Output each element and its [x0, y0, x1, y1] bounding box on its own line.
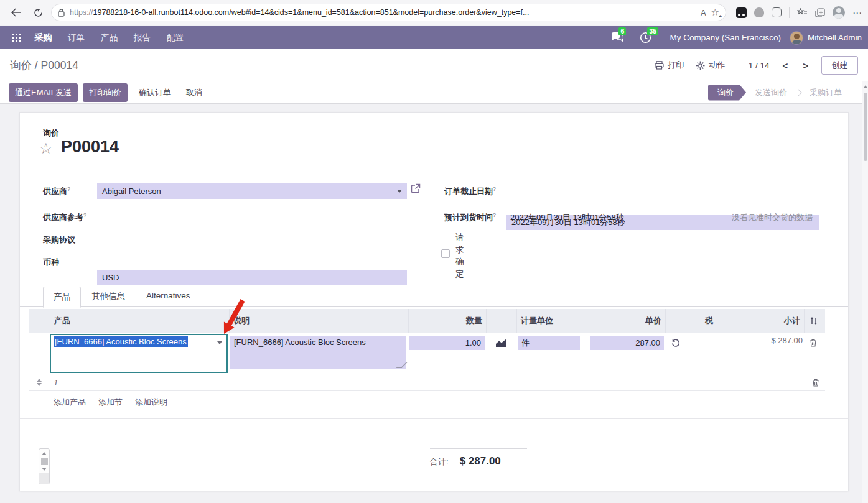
price-input[interactable]: 287.00: [590, 336, 664, 350]
company-switcher[interactable]: My Company (San Francisco): [670, 33, 781, 42]
uom-cell[interactable]: 件: [516, 333, 589, 374]
currency-label: 币种: [43, 257, 59, 268]
deadline-help-icon: ?: [493, 186, 496, 192]
description-textarea[interactable]: [FURN_6666] Acoustic Bloc Screens: [230, 336, 406, 369]
add-note-link[interactable]: 添加说明: [135, 397, 167, 408]
favorites-bar-icon[interactable]: [797, 8, 808, 17]
row-handle-cell: [29, 333, 50, 374]
notebook-tabs: 产品 其他信息 Alternatives: [43, 286, 201, 307]
col-qty[interactable]: 数量: [408, 309, 486, 333]
product-cell[interactable]: [FURN_6666] Acoustic Bloc Screens: [50, 333, 229, 374]
favorite-star-icon[interactable]: ☆: [39, 140, 53, 157]
ask-confirmation-checkbox[interactable]: [441, 249, 450, 258]
confirm-order-button[interactable]: 确认订单: [133, 83, 177, 102]
currency-input[interactable]: USD: [97, 270, 407, 285]
optional-columns-icon[interactable]: [804, 309, 823, 333]
read-aloud-icon[interactable]: A: [701, 8, 706, 17]
tab-other-info[interactable]: 其他信息: [81, 286, 136, 307]
browser-profile-avatar[interactable]: [833, 6, 845, 19]
resize-handle-icon[interactable]: [396, 362, 408, 368]
state-purchase-order[interactable]: 采购订单: [801, 87, 851, 98]
send-by-email-button[interactable]: 通过EMAIL发送: [9, 83, 78, 102]
ask-confirmation-label: 请求确定: [455, 231, 466, 280]
cancel-button[interactable]: 取消: [180, 83, 208, 102]
drag-handle-icon[interactable]: [29, 379, 50, 386]
total-amount: $ 287.00: [460, 455, 501, 468]
apps-menu-icon[interactable]: [12, 34, 21, 42]
add-section-link[interactable]: 添加节: [98, 397, 123, 408]
col-price[interactable]: 单价: [589, 309, 665, 333]
mini-scrollbar[interactable]: [39, 448, 50, 484]
col-description[interactable]: 说明: [229, 309, 408, 333]
breadcrumb-parent[interactable]: 询价: [10, 59, 32, 72]
extension-icon-1[interactable]: [736, 7, 747, 18]
product-dropdown-icon[interactable]: [217, 341, 222, 344]
delete-line2-cell[interactable]: [806, 379, 825, 387]
create-button[interactable]: 创建: [821, 56, 858, 75]
tab-alternatives[interactable]: Alternatives: [136, 286, 201, 307]
forecast-cell[interactable]: [486, 333, 516, 374]
menu-products[interactable]: 产品: [93, 32, 126, 44]
state-rfq-sent[interactable]: 发送询价: [746, 87, 796, 98]
vendor-dropdown-icon[interactable]: [397, 190, 402, 193]
scroll-thumb[interactable]: [41, 458, 48, 465]
col-uom[interactable]: 计量单位: [516, 309, 589, 333]
tab-products[interactable]: 产品: [43, 287, 81, 308]
refresh-icon[interactable]: [29, 3, 47, 22]
menu-configuration[interactable]: 配置: [159, 32, 192, 44]
price-cell[interactable]: 287.00: [589, 333, 665, 374]
menu-reporting[interactable]: 报告: [126, 32, 159, 44]
scroll-up-icon[interactable]: [42, 452, 47, 455]
vendor-ref-input[interactable]: [97, 212, 407, 224]
vendor-input[interactable]: Abigail Peterson: [97, 183, 407, 199]
activities-button[interactable]: 35: [640, 32, 653, 44]
scrollbar-up-icon[interactable]: [864, 85, 867, 88]
browser-menu-icon[interactable]: ⋯: [852, 8, 862, 17]
add-favorite-icon[interactable]: ☆+: [711, 7, 719, 18]
col-subtotal[interactable]: 小计: [717, 309, 804, 333]
deadline-label: 订单截止日期?: [444, 186, 496, 197]
vendor-ref-label: 供应商参考?: [43, 212, 86, 223]
price-history-cell[interactable]: [665, 333, 686, 374]
url-text[interactable]: https://19788218-16-0-all.runbot114.odoo…: [70, 8, 696, 17]
extension-icon-2[interactable]: [754, 7, 764, 17]
scroll-down-icon[interactable]: [42, 468, 47, 471]
delete-line-cell[interactable]: [804, 333, 823, 374]
col-product[interactable]: 产品: [50, 309, 229, 333]
back-icon[interactable]: [6, 3, 25, 22]
user-avatar[interactable]: [790, 31, 803, 45]
pager-prev-icon[interactable]: <: [780, 60, 790, 71]
page-scrollbar[interactable]: [862, 81, 868, 503]
annotation-arrow: [219, 299, 246, 336]
address-bar[interactable]: https://19788218-16-0-all.runbot114.odoo…: [51, 4, 726, 21]
pager-next-icon[interactable]: >: [801, 60, 810, 71]
description-cell[interactable]: [FURN_6666] Acoustic Bloc Screens: [229, 333, 408, 374]
order-line-row-2[interactable]: 1: [29, 374, 825, 391]
vendor-ref-help-icon: ?: [83, 212, 86, 218]
handle-column-header: [29, 309, 50, 333]
menu-orders[interactable]: 订单: [60, 32, 93, 44]
qty-input[interactable]: 1.00: [409, 336, 485, 350]
extension-icon-3[interactable]: [772, 7, 782, 17]
product-combo-input[interactable]: [FURN_6666] Acoustic Bloc Screens: [50, 334, 228, 373]
print-button[interactable]: 打印: [655, 60, 684, 71]
scrollbar-thumb[interactable]: [864, 93, 867, 161]
on-time-data-link[interactable]: 没看见准时交货的数据: [732, 212, 813, 223]
print-rfq-button[interactable]: 打印询价: [83, 83, 128, 102]
messages-button[interactable]: 6: [611, 32, 625, 44]
qty-cell[interactable]: 1.00: [408, 333, 486, 374]
state-rfq[interactable]: 询价: [708, 85, 746, 101]
agreement-input[interactable]: [97, 234, 407, 247]
order-lines-table: 产品 说明 数量 计量单位 单价 税 小计 [FURN_6666] Acoust…: [29, 309, 825, 413]
arrival-value[interactable]: 2022年09月30日 13时01分58秒: [510, 212, 624, 223]
add-product-link[interactable]: 添加产品: [54, 397, 86, 408]
col-tax[interactable]: 税: [686, 309, 717, 333]
user-menu[interactable]: Mitchell Admin: [808, 33, 862, 42]
collections-icon[interactable]: [815, 8, 825, 17]
action-button[interactable]: 动作: [696, 60, 726, 71]
app-name[interactable]: 采购: [27, 32, 60, 44]
total-label: 合计:: [430, 456, 449, 468]
vendor-external-link-icon[interactable]: [411, 183, 421, 193]
tax-cell[interactable]: [686, 333, 717, 374]
uom-input[interactable]: 件: [518, 336, 580, 350]
